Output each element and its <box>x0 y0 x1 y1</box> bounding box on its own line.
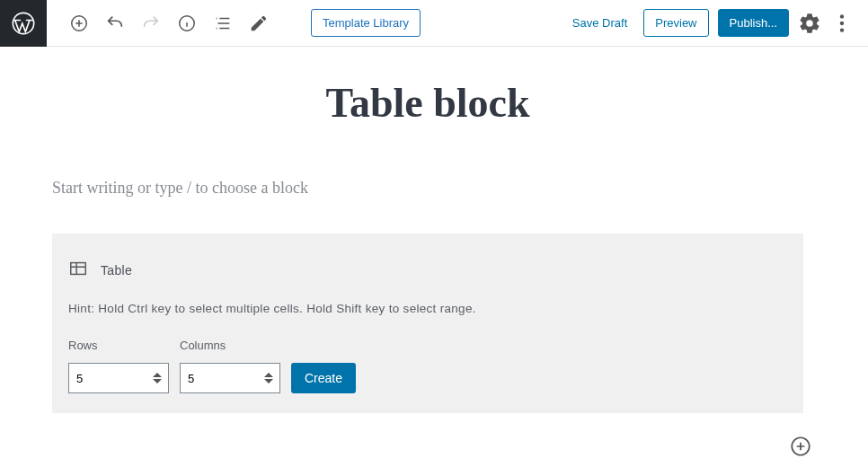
block-title: Table <box>101 263 132 278</box>
redo-icon <box>140 13 162 34</box>
rows-field: Rows <box>68 339 169 393</box>
edit-icon[interactable] <box>248 13 270 34</box>
add-block-icon[interactable] <box>68 13 90 34</box>
columns-input[interactable] <box>181 366 252 391</box>
info-icon[interactable] <box>176 13 198 34</box>
settings-icon[interactable] <box>798 12 821 35</box>
template-library-button[interactable]: Template Library <box>311 9 421 37</box>
block-placeholder[interactable]: Start writing or type / to choose a bloc… <box>52 179 803 198</box>
columns-field: Columns <box>180 339 280 393</box>
create-table-button[interactable]: Create <box>291 363 356 393</box>
top-toolbar: Template Library Save Draft Preview Publ… <box>0 0 868 47</box>
rows-step-down[interactable] <box>153 379 162 383</box>
editor-scroll-area[interactable]: Table block Start writing or type / to c… <box>0 47 855 467</box>
save-draft-button[interactable]: Save Draft <box>565 11 634 35</box>
table-form-row: Rows Columns <box>68 339 787 393</box>
rows-label: Rows <box>68 339 169 352</box>
svg-point-3 <box>840 14 844 18</box>
table-block-placeholder: Table Hint: Hold Ctrl key to select mult… <box>52 234 803 413</box>
publish-button[interactable]: Publish... <box>718 9 789 37</box>
block-hint: Hint: Hold Ctrl key to select multiple c… <box>68 302 787 315</box>
block-header: Table <box>68 259 787 282</box>
undo-icon[interactable] <box>104 13 126 34</box>
editor-body: Table block Start writing or type / to c… <box>0 79 855 467</box>
content-area: Start writing or type / to choose a bloc… <box>0 179 855 413</box>
rows-input[interactable] <box>69 366 141 391</box>
columns-step-down[interactable] <box>264 379 273 383</box>
svg-point-4 <box>840 21 844 24</box>
columns-label: Columns <box>180 339 280 352</box>
columns-input-wrap <box>180 363 280 393</box>
rows-spinner <box>153 366 165 391</box>
svg-rect-6 <box>71 263 86 275</box>
rows-input-wrap <box>68 363 169 393</box>
columns-spinner <box>264 366 277 391</box>
wordpress-logo[interactable] <box>0 0 47 47</box>
add-block-floating-icon[interactable] <box>789 435 814 460</box>
toolbar-left: Template Library <box>47 9 421 37</box>
more-options-icon[interactable] <box>830 12 854 35</box>
outline-icon[interactable] <box>212 13 234 34</box>
svg-point-5 <box>840 28 844 31</box>
post-title[interactable]: Table block <box>0 79 855 127</box>
columns-step-up[interactable] <box>264 373 273 377</box>
preview-button[interactable]: Preview <box>643 9 708 37</box>
rows-step-up[interactable] <box>153 373 162 377</box>
toolbar-right: Save Draft Preview Publish... <box>565 9 868 37</box>
table-icon <box>68 259 88 282</box>
